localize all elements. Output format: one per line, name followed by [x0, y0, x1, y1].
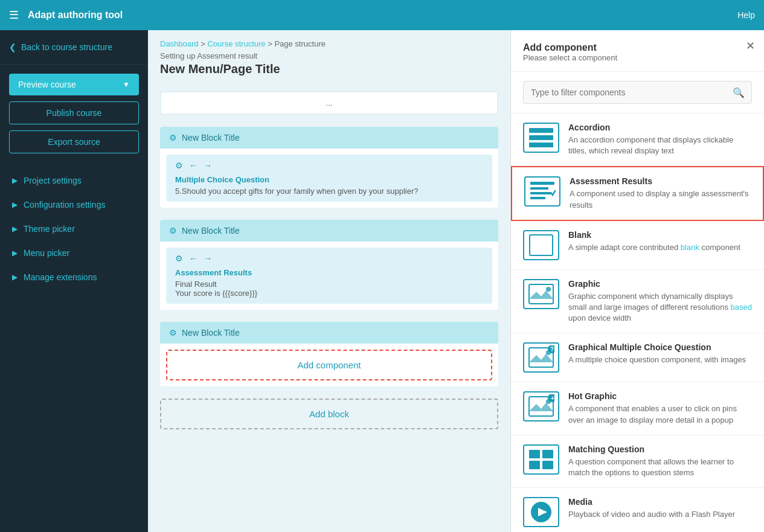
arrow-left-icon[interactable]: ←: [189, 254, 197, 263]
component-item-assessment-results[interactable]: Assessment Results A component used to d…: [511, 166, 764, 220]
sidebar-item-menu-picker[interactable]: ▶ Menu picker: [0, 241, 148, 265]
component-item-hotgraphic[interactable]: + Hot Graphic A component that enables a…: [511, 382, 764, 435]
block-title-3: New Block Title: [182, 328, 240, 338]
back-link-label: Back to course structure: [21, 42, 112, 52]
gear-icon[interactable]: ⚙: [169, 328, 177, 338]
blank-icon: [523, 230, 559, 260]
svg-text:+: +: [551, 395, 554, 402]
gmcq-info: Graphical Multiple Choice Question A mul…: [568, 342, 752, 365]
arrow-right-icon[interactable]: →: [204, 161, 212, 170]
media-info: Media Playback of video and audio with a…: [568, 497, 752, 520]
sidebar-item-manage-extensions[interactable]: ▶ Manage extensions: [0, 265, 148, 289]
hamburger-icon[interactable]: ☰: [9, 8, 19, 22]
media-icon: [523, 497, 559, 527]
block-header-1: ⚙ New Block Title: [160, 127, 498, 149]
sidebar-item-project-settings[interactable]: ▶ Project settings: [0, 168, 148, 193]
svg-rect-24: [542, 461, 553, 469]
dropdown-arrow-icon: ▼: [123, 80, 130, 89]
top-navigation: ☰ Adapt authoring tool Help: [0, 0, 764, 30]
graphic-name: Graphic: [568, 279, 752, 289]
breadcrumb-course-structure[interactable]: Course structure: [207, 39, 265, 48]
assessment-results-info: Assessment Results A component used to d…: [570, 176, 751, 210]
svg-marker-9: [529, 290, 553, 299]
component-item-graphic[interactable]: Graphic Graphic component which dynamica…: [511, 270, 764, 334]
component-assessment-results: ⚙ ← → Assessment Results Final Result Yo…: [166, 248, 492, 304]
svg-rect-5: [530, 192, 551, 194]
hotgraphic-name: Hot Graphic: [568, 391, 752, 401]
graphic-info: Graphic Graphic component which dynamica…: [568, 279, 752, 324]
svg-rect-3: [530, 182, 554, 185]
component-item-blank[interactable]: Blank A simple adapt core contributed bl…: [511, 221, 764, 270]
svg-rect-22: [542, 450, 553, 458]
preview-label: Preview course: [18, 80, 76, 89]
svg-rect-6: [530, 197, 545, 199]
component-item-accordion[interactable]: Accordion An accordion component that di…: [511, 114, 764, 166]
nav-label-menu-picker: Menu picker: [24, 248, 69, 258]
svg-rect-21: [529, 450, 540, 458]
hotgraphic-icon: +: [523, 391, 559, 421]
gear-tool-icon[interactable]: ⚙: [175, 161, 183, 170]
add-block-button[interactable]: Add block: [160, 399, 498, 429]
filter-input[interactable]: [523, 81, 752, 104]
component-mcq: ⚙ ← → Multiple Choice Question 5.Should …: [166, 155, 492, 202]
breadcrumb-dashboard[interactable]: Dashboard: [160, 39, 199, 48]
page-title: New Menu/Page Title: [160, 62, 498, 76]
component-toolbar-assessment: ⚙ ← →: [175, 254, 483, 263]
svg-rect-0: [529, 128, 553, 133]
main-content: Dashboard > Course structure > Page stru…: [148, 30, 510, 532]
add-component-button[interactable]: Add component: [166, 350, 492, 380]
sidebar: ❮ Back to course structure Preview cours…: [0, 30, 148, 532]
gear-icon[interactable]: ⚙: [169, 133, 177, 143]
sidebar-buttons: Preview course ▼ Publish course Export s…: [0, 65, 148, 162]
sidebar-item-configuration-settings[interactable]: ▶ Configuration settings: [0, 193, 148, 217]
component-list: Accordion An accordion component that di…: [511, 114, 764, 532]
svg-text:?: ?: [550, 346, 554, 353]
svg-rect-7: [530, 235, 553, 255]
search-icon: 🔍: [733, 87, 745, 98]
svg-rect-1: [529, 135, 553, 140]
gear-tool-icon[interactable]: ⚙: [175, 254, 183, 263]
nav-label-theme-picker: Theme picker: [24, 224, 75, 234]
arrow-left-icon[interactable]: ←: [189, 161, 197, 170]
sidebar-nav: ▶ Project settings ▶ Configuration setti…: [0, 162, 148, 295]
content-area: ... ⚙ New Block Title ⚙ ← → Multiple Cho…: [148, 85, 510, 447]
component-score-text: Your score is {{{score}}}: [175, 289, 483, 298]
component-item-media[interactable]: Media Playback of video and audio with a…: [511, 488, 764, 532]
blank-name: Blank: [568, 230, 752, 240]
partial-text: ...: [170, 98, 488, 107]
arrow-right-icon[interactable]: →: [204, 254, 212, 263]
gear-icon[interactable]: ⚙: [169, 226, 177, 236]
block-card-1: ⚙ New Block Title ⚙ ← → Multiple Choice …: [160, 127, 498, 208]
media-desc: Playback of video and audio with a Flash…: [568, 509, 752, 520]
assessment-results-name: Assessment Results: [570, 176, 751, 186]
sidebar-item-theme-picker[interactable]: ▶ Theme picker: [0, 217, 148, 241]
nav-label-project-settings: Project settings: [24, 176, 82, 185]
hotgraphic-info: Hot Graphic A component that enables a u…: [568, 391, 752, 425]
component-item-matching[interactable]: Matching Question A question component t…: [511, 435, 764, 488]
panel-header: Add component Please select a component: [511, 30, 764, 72]
nav-label-configuration-settings: Configuration settings: [24, 200, 105, 210]
hotgraphic-desc: A component that enables a user to click…: [568, 403, 752, 425]
svg-rect-23: [529, 461, 540, 469]
help-link[interactable]: Help: [737, 10, 755, 20]
breadcrumb-page-structure: Page structure: [274, 39, 326, 48]
nav-arrow-icon: ▶: [12, 200, 18, 209]
block-title-2: New Block Title: [182, 226, 240, 236]
svg-marker-12: [529, 354, 553, 362]
partial-top-card: ...: [160, 91, 498, 115]
preview-course-button[interactable]: Preview course ▼: [9, 74, 139, 95]
svg-rect-4: [530, 187, 548, 190]
svg-point-10: [546, 287, 551, 292]
accordion-name: Accordion: [568, 123, 752, 132]
app-title: Adapt authoring tool: [28, 10, 123, 21]
panel-subtitle: Please select a component: [523, 53, 752, 62]
close-panel-button[interactable]: ✕: [746, 39, 755, 53]
publish-course-button[interactable]: Publish course: [9, 101, 139, 124]
blank-desc: A simple adapt core contributed blank co…: [568, 242, 752, 253]
component-item-gmcq[interactable]: ? Graphical Multiple Choice Question A m…: [511, 333, 764, 382]
export-source-button[interactable]: Export source: [9, 130, 139, 153]
back-to-course-link[interactable]: ❮ Back to course structure: [0, 30, 148, 65]
accordion-icon: [523, 123, 559, 153]
component-type-assessment: Assessment Results: [175, 268, 483, 277]
nav-label-manage-extensions: Manage extensions: [24, 272, 97, 282]
